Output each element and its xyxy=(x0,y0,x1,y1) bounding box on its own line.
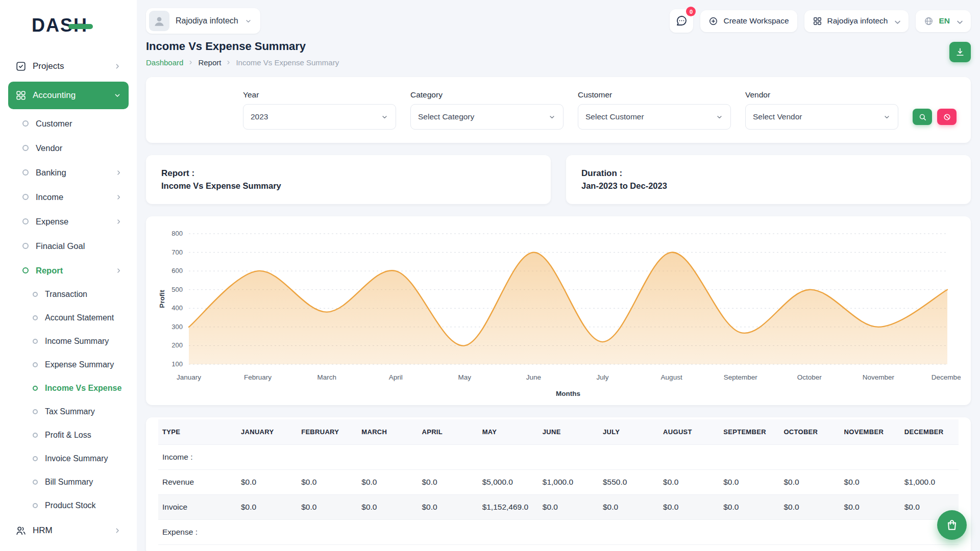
sidebar-item-invoice-summary[interactable]: Invoice Summary xyxy=(8,447,129,470)
vendor-select[interactable]: Select Vendor xyxy=(745,104,898,130)
circle-icon xyxy=(33,503,38,508)
vendor-value: Select Vendor xyxy=(753,112,802,121)
company-name: Rajodiya infotech xyxy=(827,16,888,26)
category-value: Select Category xyxy=(418,112,474,121)
circle-icon xyxy=(33,456,38,461)
main-content: Rajodiya infotech 0 Create Workspace Raj… xyxy=(137,0,980,551)
sidebar-item-expense[interactable]: Expense xyxy=(8,209,129,234)
create-workspace-button[interactable]: Create Workspace xyxy=(700,10,797,32)
svg-text:December: December xyxy=(932,373,961,381)
plus-circle-icon xyxy=(708,16,718,26)
area-chart-svg: 100200300400500600700800 JanuaryFebruary… xyxy=(156,224,961,400)
app-logo[interactable]: DASH xyxy=(8,9,129,42)
column-october: OCTOBER xyxy=(777,419,838,445)
search-button[interactable] xyxy=(913,109,932,125)
category-select[interactable]: Select Category xyxy=(410,104,564,130)
svg-text:January: January xyxy=(177,373,201,381)
sidebar-item-product-stock[interactable]: Product Stock xyxy=(8,494,129,517)
svg-text:September: September xyxy=(724,373,758,381)
summary-table: TYPEJANUARYFEBRUARYMARCHAPRILMAYJUNEJULY… xyxy=(158,419,959,545)
column-august: AUGUST xyxy=(657,419,717,445)
column-february: FEBRUARY xyxy=(295,419,355,445)
circle-icon xyxy=(33,362,38,367)
column-september: SEPTEMBER xyxy=(717,419,777,445)
chevron-right-icon xyxy=(115,169,122,177)
svg-text:800: 800 xyxy=(172,230,183,237)
filter-vendor: Vendor Select Vendor xyxy=(745,90,898,130)
table-card: TYPEJANUARYFEBRUARYMARCHAPRILMAYJUNEJULY… xyxy=(146,417,971,551)
chevron-right-icon xyxy=(187,59,194,66)
sidebar-item-vendor[interactable]: Vendor xyxy=(8,136,129,160)
circle-icon xyxy=(33,386,38,391)
sidebar-item-income-vs-expense[interactable]: Income Vs Expense xyxy=(8,377,129,400)
sidebar-item-account-statement[interactable]: Account Statement xyxy=(8,306,129,330)
filter-year: Year 2023 xyxy=(243,90,396,130)
profit-chart: 100200300400500600700800 JanuaryFebruary… xyxy=(156,224,961,402)
duration-label: Duration : xyxy=(581,168,955,179)
column-december: DECEMBER xyxy=(898,419,959,445)
svg-text:700: 700 xyxy=(172,248,183,256)
customer-select[interactable]: Select Customer xyxy=(578,104,731,130)
sidebar-item-projects[interactable]: Projects xyxy=(8,53,129,80)
create-workspace-label: Create Workspace xyxy=(723,16,789,26)
filter-customer: Customer Select Customer xyxy=(578,90,731,130)
sidebar-item-transaction[interactable]: Transaction xyxy=(8,283,129,306)
svg-text:500: 500 xyxy=(172,286,183,293)
sidebar-item-tax-summary[interactable]: Tax Summary xyxy=(8,400,129,423)
column-march: MARCH xyxy=(355,419,415,445)
sidebar-item-profit-loss[interactable]: Profit & Loss xyxy=(8,423,129,447)
breadcrumb: DashboardReportIncome Vs Expense Summary xyxy=(146,58,339,67)
chevron-down-icon xyxy=(381,113,388,121)
breadcrumb-item-dashboard[interactable]: Dashboard xyxy=(146,58,183,67)
cart-button[interactable] xyxy=(937,510,967,540)
filter-card: Year 2023 Category Select Category Custo… xyxy=(146,77,971,143)
chevron-down-icon xyxy=(893,17,900,25)
page-header: Income Vs Expense Summary DashboardRepor… xyxy=(146,40,971,67)
chevron-right-icon xyxy=(115,218,122,226)
sidebar-item-expense-summary[interactable]: Expense Summary xyxy=(8,353,129,377)
breadcrumb-item-income-vs-expense-summary: Income Vs Expense Summary xyxy=(236,58,339,67)
chevron-down-icon xyxy=(716,113,723,121)
report-label: Report : xyxy=(161,168,535,179)
filter-actions xyxy=(913,109,957,125)
reset-icon xyxy=(943,113,951,121)
table-row-revenue: Revenue$0.0$0.0$0.0$0.0$5,000.0$1,000.0$… xyxy=(158,470,959,495)
svg-text:February: February xyxy=(244,373,272,381)
check-square-icon xyxy=(15,61,27,72)
company-selector[interactable]: Rajodiya infotech xyxy=(804,10,909,32)
info-cards-row: Report : Income Vs Expense Summary Durat… xyxy=(146,155,971,204)
customer-label: Customer xyxy=(578,90,731,99)
circle-icon xyxy=(22,120,29,127)
page-title: Income Vs Expense Summary xyxy=(146,40,339,53)
sidebar-item-income-summary[interactable]: Income Summary xyxy=(8,330,129,353)
sidebar-item-bill-summary[interactable]: Bill Summary xyxy=(8,470,129,494)
logo-dash-icon xyxy=(68,24,93,29)
year-select[interactable]: 2023 xyxy=(243,104,396,130)
year-value: 2023 xyxy=(251,112,268,121)
reset-button[interactable] xyxy=(937,109,957,125)
sidebar-item-report[interactable]: Report xyxy=(8,258,129,283)
chevron-right-icon xyxy=(113,62,121,70)
svg-text:Profit: Profit xyxy=(158,290,166,308)
sidebar-item-accounting[interactable]: Accounting xyxy=(8,82,129,109)
grid-icon xyxy=(813,16,822,26)
sidebar-item-banking[interactable]: Banking xyxy=(8,160,129,185)
breadcrumb-item-report[interactable]: Report xyxy=(198,58,221,67)
messages-button[interactable]: 0 xyxy=(670,9,693,33)
category-label: Category xyxy=(410,90,564,99)
svg-text:Months: Months xyxy=(556,390,580,397)
sidebar-item-customer[interactable]: Customer xyxy=(8,111,129,136)
download-icon xyxy=(955,47,965,57)
svg-text:200: 200 xyxy=(172,341,183,349)
download-button[interactable] xyxy=(949,42,971,62)
language-selector[interactable]: EN xyxy=(916,10,971,32)
sidebar-item-finacial-goal[interactable]: Finacial Goal xyxy=(8,234,129,258)
section-row-expense: Expense : xyxy=(158,520,959,545)
svg-text:March: March xyxy=(317,373,336,381)
workspace-selector[interactable]: Rajodiya infotech xyxy=(146,8,260,34)
column-june: JUNE xyxy=(536,419,597,445)
circle-icon xyxy=(33,480,38,485)
sidebar-item-hrm[interactable]: HRM xyxy=(8,517,129,544)
sidebar-item-income[interactable]: Income xyxy=(8,185,129,209)
column-april: APRIL xyxy=(415,419,476,445)
